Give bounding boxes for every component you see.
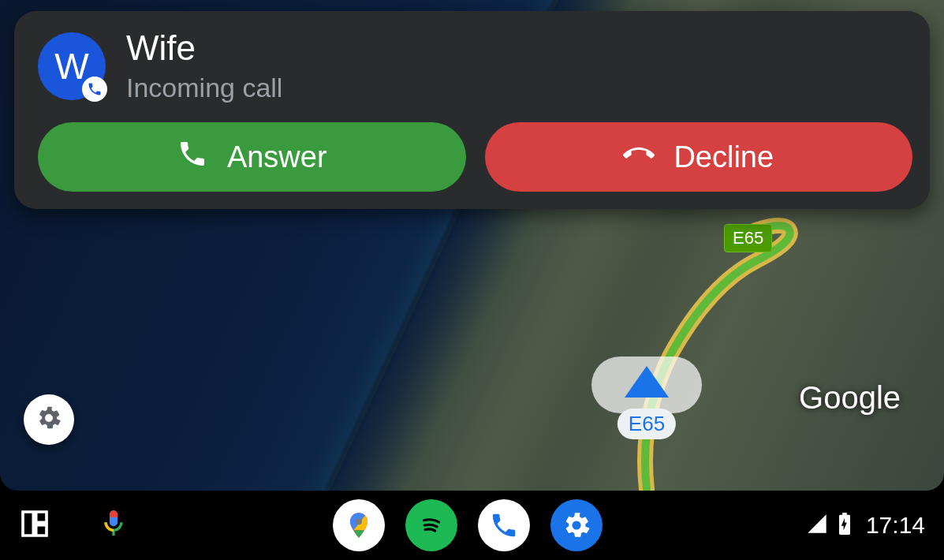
android-auto-screen: E65 E65 Google W Wife Incomin (0, 0, 944, 560)
call-actions: Answer Decline (38, 122, 912, 192)
avatar-initial: W (54, 45, 88, 88)
decline-button[interactable]: Decline (485, 122, 913, 192)
navbar-apps (129, 499, 806, 551)
microphone-icon (98, 508, 129, 539)
decline-label: Decline (673, 140, 774, 174)
gear-icon (35, 405, 62, 435)
app-spotify[interactable] (405, 499, 457, 551)
caller-info: Wife Incoming call (126, 28, 282, 103)
caller-name: Wife (126, 28, 282, 68)
road-badge-current: E65 (618, 409, 676, 439)
app-phone[interactable] (478, 499, 530, 551)
dashboard-button[interactable] (19, 508, 50, 543)
road-badge-upper: E65 (724, 224, 772, 252)
google-attribution: Google (799, 379, 925, 416)
battery-charging-icon (839, 513, 850, 538)
bottom-navbar: 17:14 (0, 491, 944, 560)
answer-button[interactable]: Answer (38, 122, 466, 192)
microphone-button[interactable] (98, 508, 129, 543)
phone-app-icon (489, 510, 519, 540)
settings-app-icon (562, 510, 591, 540)
phone-answer-icon (177, 138, 208, 177)
phone-icon (87, 81, 103, 97)
navbar-left (19, 508, 129, 543)
avatar-phone-badge (82, 77, 107, 102)
map-settings-button[interactable] (24, 394, 74, 445)
navbar-status: 17:14 (806, 512, 925, 539)
call-status: Incoming call (126, 73, 282, 103)
clock-text: 17:14 (866, 512, 925, 539)
app-settings[interactable] (550, 499, 603, 551)
incoming-call-card: W Wife Incoming call Answer D (14, 11, 930, 209)
svg-point-0 (356, 518, 362, 525)
navigation-position: E65 (591, 357, 702, 467)
caller-avatar: W (38, 32, 106, 100)
phone-decline-icon (623, 138, 655, 177)
answer-label: Answer (227, 140, 327, 174)
call-header: W Wife Incoming call (38, 28, 912, 103)
dashboard-icon (19, 508, 50, 539)
navigation-arrow-icon (625, 366, 669, 398)
maps-pin-icon (344, 510, 374, 540)
app-google-maps[interactable] (333, 499, 385, 551)
spotify-icon (416, 510, 446, 540)
signal-icon (806, 513, 828, 538)
